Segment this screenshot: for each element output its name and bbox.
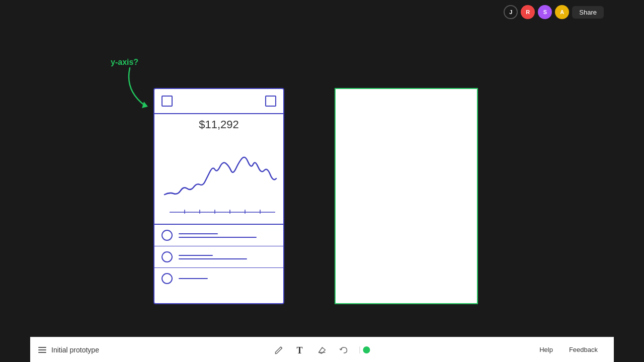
phone-icon-left [162, 96, 173, 107]
list-circle-2 [162, 251, 173, 262]
list-line-bottom-2 [179, 258, 247, 259]
hamburger-line-3 [38, 352, 46, 353]
list-item-1 [154, 225, 283, 246]
list-line-top-3 [179, 278, 208, 279]
phone-top-bar [154, 89, 283, 114]
pencil-tool[interactable] [274, 345, 284, 355]
bottom-bar: Initial prototype T [30, 337, 614, 362]
separator [360, 346, 360, 353]
list-line-top-2 [179, 255, 213, 256]
list-circle-1 [162, 230, 173, 241]
svg-marker-0 [142, 102, 148, 108]
color-dot-green[interactable] [363, 346, 370, 353]
green-box[interactable]: I [335, 88, 478, 304]
list-line-bottom-1 [179, 237, 257, 238]
phone-list [154, 225, 283, 303]
phone-icon-right [265, 96, 276, 107]
phone-value: $11,292 [154, 118, 283, 131]
list-item-3 [154, 268, 283, 289]
avatar-a[interactable]: A [555, 5, 569, 19]
canvas: y-axis? $11,292 [30, 0, 614, 362]
list-item-2 [154, 246, 283, 268]
phone-chart [154, 134, 283, 220]
left-sidebar [0, 0, 30, 362]
avatar-j[interactable]: J [504, 5, 518, 19]
project-name: Initial prototype [51, 346, 99, 354]
eraser-tool[interactable] [317, 345, 328, 355]
top-bar: J R S A Share [504, 5, 604, 19]
phone-wireframe: $11,292 [153, 88, 284, 304]
list-lines-1 [179, 233, 276, 238]
right-sidebar [614, 0, 644, 362]
help-button[interactable]: Help [531, 342, 561, 357]
bottom-center-tools: T [274, 344, 370, 355]
hamburger-line-1 [38, 347, 46, 348]
list-lines-2 [179, 255, 276, 259]
undo-tool[interactable] [339, 345, 349, 355]
svg-text:T: T [297, 345, 303, 355]
hamburger-menu[interactable] [38, 347, 46, 353]
avatar-r[interactable]: R [521, 5, 535, 19]
text-tool[interactable]: T [295, 344, 306, 355]
feedback-button[interactable]: Feedback [561, 342, 606, 357]
share-button[interactable]: Share [572, 6, 604, 19]
avatar-s[interactable]: S [538, 5, 552, 19]
hamburger-line-2 [38, 349, 46, 350]
bottom-right: Help Feedback [531, 342, 614, 357]
list-lines-3 [179, 278, 276, 279]
list-circle-3 [162, 273, 173, 284]
color-picker [360, 346, 370, 353]
list-line-top-1 [179, 233, 218, 234]
